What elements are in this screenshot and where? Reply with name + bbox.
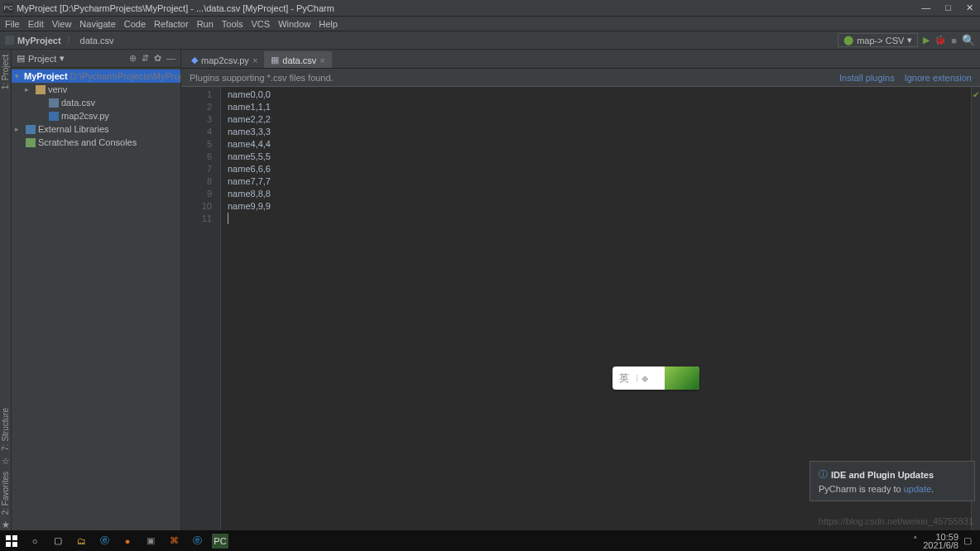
- tab-map2csv[interactable]: ◆ map2csv.py ×: [185, 51, 264, 68]
- close-button[interactable]: ✕: [966, 2, 973, 13]
- file-icon: ▦: [271, 55, 279, 65]
- folder-icon: [5, 36, 14, 45]
- app-icon: PC: [3, 3, 13, 13]
- left-toolwindow-strip: 1: Project 7: Structure ☆ 2: Favorites ★: [0, 50, 12, 530]
- app-icon[interactable]: ▣: [142, 534, 159, 549]
- tab-datacsv[interactable]: ▦ data.csv ×: [264, 51, 331, 68]
- tree-venv[interactable]: ▸ venv: [12, 83, 180, 96]
- watermark-text: https://blog.csdn.net/weixin_45755831: [819, 516, 973, 526]
- edge-icon[interactable]: ⓔ: [189, 534, 205, 549]
- windows-taskbar: ○ ▢ 🗂 ⓔ ● ▣ ⌘ ⓔ PC ˄ 10:592021/6/8 ▢: [0, 530, 980, 551]
- info-icon: ⓘ: [819, 468, 828, 481]
- start-button[interactable]: [3, 534, 20, 549]
- library-icon: [26, 125, 36, 134]
- plugin-suggestion-banner: Plugins supporting *.csv files found. In…: [181, 69, 980, 87]
- breadcrumb-file[interactable]: data.csv: [80, 36, 114, 46]
- collapse-icon[interactable]: ⇵: [142, 53, 149, 64]
- svg-rect-2: [6, 542, 11, 547]
- locate-icon[interactable]: ⊕: [129, 53, 137, 64]
- window-titlebar: PC MyProject [D:\PycharmProjects\MyProje…: [0, 0, 980, 17]
- line-number-gutter: 1234567891011: [181, 87, 221, 530]
- run-icon: ⬤: [843, 35, 853, 46]
- ignore-extension-link[interactable]: Ignore extension: [905, 73, 972, 83]
- toolwindow-project-button[interactable]: 1: Project: [1, 51, 10, 93]
- breadcrumb[interactable]: MyProject 〉 data.csv: [5, 34, 114, 46]
- svg-rect-1: [12, 535, 17, 540]
- text-cursor: [228, 213, 228, 224]
- app-icon-2[interactable]: ⌘: [166, 534, 182, 549]
- tab-close-icon[interactable]: ×: [319, 55, 324, 65]
- breadcrumb-root[interactable]: MyProject: [17, 36, 61, 46]
- debug-button[interactable]: 🐞: [934, 35, 946, 46]
- tree-scratches[interactable]: Scratches and Consoles: [12, 136, 180, 149]
- menu-run[interactable]: Run: [197, 19, 214, 29]
- editor-tabs: ◆ map2csv.py × ▦ data.csv ×: [181, 50, 980, 69]
- tree-external-libs[interactable]: ▸ External Libraries: [12, 122, 180, 136]
- menu-vcs[interactable]: VCS: [252, 19, 271, 29]
- ie-icon[interactable]: ⓔ: [96, 534, 113, 549]
- favorites-icon: ★: [2, 520, 10, 530]
- menu-file[interactable]: File: [5, 19, 20, 29]
- banner-message: Plugins supporting *.csv files found.: [190, 73, 334, 83]
- system-clock[interactable]: 10:592021/6/8: [923, 533, 958, 549]
- chevron-down-icon: ▾: [907, 35, 912, 46]
- hide-icon[interactable]: —: [166, 53, 175, 64]
- search-everywhere-button[interactable]: 🔍: [962, 34, 975, 46]
- menu-edit[interactable]: Edit: [28, 19, 44, 29]
- file-explorer-icon[interactable]: 🗂: [73, 534, 89, 549]
- gear-icon[interactable]: ✿: [154, 53, 161, 64]
- project-path: D:\PycharmProjects\MyProject: [70, 71, 194, 81]
- notification-body: PyCharm is ready to: [819, 484, 904, 494]
- run-config-label: map-> CSV: [857, 36, 904, 46]
- scratches-icon: [26, 138, 36, 147]
- svg-rect-3: [12, 542, 17, 547]
- update-notification[interactable]: ⓘIDE and Plugin Updates PyCharm is ready…: [809, 461, 975, 501]
- inspection-ok-icon: ✔: [972, 87, 980, 101]
- structure-icon: ☆: [2, 456, 10, 467]
- menu-tools[interactable]: Tools: [222, 19, 243, 29]
- toolwindow-favorites-button[interactable]: 2: Favorites: [1, 468, 10, 518]
- notification-center-icon[interactable]: ▢: [963, 535, 972, 546]
- tab-close-icon[interactable]: ×: [252, 55, 257, 65]
- navigation-bar: MyProject 〉 data.csv ⬤ map-> CSV ▾ ▶ 🐞 ■…: [0, 31, 980, 50]
- window-title: MyProject [D:\PycharmProjects\MyProject]…: [17, 3, 921, 13]
- menu-help[interactable]: Help: [319, 19, 338, 29]
- toolwindow-structure-button[interactable]: 7: Structure: [1, 405, 10, 454]
- tree-root[interactable]: ▾ MyProject D:\PycharmProjects\MyProject: [12, 69, 180, 83]
- menu-view[interactable]: View: [52, 19, 72, 29]
- project-tool-window: ▤ Project ▾ ⊕ ⇵ ✿ — ▾ MyProject D:\Pycha…: [12, 50, 181, 530]
- python-file-icon: ◆: [191, 55, 198, 65]
- stop-button[interactable]: ■: [951, 36, 957, 46]
- menu-navigate[interactable]: Navigate: [79, 19, 115, 29]
- project-tree[interactable]: ▾ MyProject D:\PycharmProjects\MyProject…: [12, 68, 180, 151]
- leaf-icon: [665, 367, 699, 390]
- menu-refactor[interactable]: Refactor: [154, 19, 189, 29]
- run-config-selector[interactable]: ⬤ map-> CSV ▾: [838, 33, 918, 47]
- folder-icon: [36, 85, 46, 94]
- ime-indicator[interactable]: 英 ⁞ ◆: [612, 367, 699, 390]
- project-header: ▤ Project ▾ ⊕ ⇵ ✿ —: [12, 50, 180, 68]
- pycharm-task-icon[interactable]: PC: [212, 534, 228, 549]
- ime-label: 英: [612, 371, 636, 386]
- tray-expand-icon[interactable]: ˄: [913, 535, 918, 546]
- menu-code[interactable]: Code: [124, 19, 146, 29]
- chevron-down-icon[interactable]: ▾: [60, 53, 65, 64]
- update-link[interactable]: update: [904, 484, 932, 494]
- tree-map2csv[interactable]: map2csv.py: [12, 109, 180, 122]
- menu-window[interactable]: Window: [278, 19, 310, 29]
- cortana-button[interactable]: ○: [26, 534, 43, 549]
- minimize-button[interactable]: —: [921, 2, 930, 13]
- firefox-icon[interactable]: ●: [119, 534, 136, 549]
- svg-rect-0: [6, 535, 11, 540]
- maximize-button[interactable]: □: [945, 2, 951, 13]
- python-file-icon: [49, 112, 59, 121]
- main-menubar: File Edit View Navigate Code Refactor Ru…: [0, 17, 980, 31]
- install-plugins-link[interactable]: Install plugins: [839, 73, 895, 83]
- tree-datacsv[interactable]: data.csv: [12, 96, 180, 109]
- run-button[interactable]: ▶: [923, 35, 930, 46]
- editor-area: ◆ map2csv.py × ▦ data.csv × Plugins supp…: [181, 50, 980, 530]
- project-view-label[interactable]: Project: [28, 54, 56, 64]
- notification-title: IDE and Plugin Updates: [831, 470, 934, 480]
- project-view-icon: ▤: [17, 53, 25, 64]
- task-view-button[interactable]: ▢: [50, 534, 66, 549]
